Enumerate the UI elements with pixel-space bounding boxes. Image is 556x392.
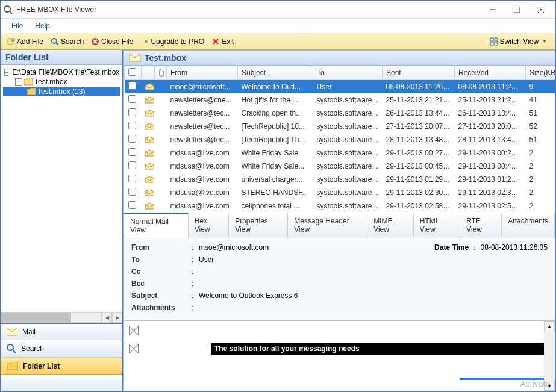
cell-size: 52	[526, 120, 555, 133]
folder-icon	[7, 362, 18, 370]
cell-to: systools.software...	[313, 173, 383, 186]
tree-hscroll[interactable]: ◀▶	[1, 312, 122, 323]
tree-child-1[interactable]: − Test.mbox	[3, 77, 120, 87]
col-to[interactable]: To	[313, 66, 383, 80]
tab-properties[interactable]: Properties View	[229, 213, 288, 238]
tab-rtf[interactable]: RTF View	[460, 213, 502, 238]
cell-size: 51	[526, 133, 555, 146]
cell-to: systools.software...	[313, 160, 383, 173]
col-attachment-icon[interactable]	[155, 66, 167, 80]
message-row[interactable]: newsletters@tec...[TechRepublic] 10...sy…	[125, 120, 555, 133]
nav-mail[interactable]: Mail	[1, 324, 122, 340]
message-body[interactable]: The solution for all your messaging need…	[124, 321, 555, 391]
detail-to-value: User	[199, 255, 548, 264]
search-button[interactable]: Search	[47, 36, 87, 47]
col-received[interactable]: Received	[455, 66, 526, 80]
col-icon[interactable]	[142, 66, 155, 80]
folder-tree[interactable]: − E:\Data File\MBOX file\Test.mbox − Tes…	[1, 65, 122, 312]
col-from[interactable]: From	[167, 66, 238, 80]
mbox-title: Test.mbox	[145, 53, 186, 63]
message-row[interactable]: newsletters@cne...Hot gifts for the j...…	[125, 93, 555, 107]
nav-search-label: Search	[21, 344, 44, 353]
row-checkbox[interactable]	[128, 188, 136, 196]
row-checkbox[interactable]	[128, 108, 136, 116]
row-checkbox[interactable]	[128, 95, 136, 103]
tab-message-header[interactable]: Message Header View	[288, 213, 367, 238]
tree-root[interactable]: − E:\Data File\MBOX file\Test.mbox	[3, 67, 120, 77]
cell-to: systools.software...	[313, 199, 383, 213]
broken-image-icon	[129, 326, 139, 335]
scroll-up-arrow[interactable]: ▲	[544, 321, 555, 331]
row-checkbox[interactable]	[128, 148, 136, 156]
row-checkbox[interactable]	[128, 135, 136, 143]
upgrade-button[interactable]: Upgrade to PRO	[137, 36, 208, 47]
view-tabs: Normal Mail View Hex View Properties Vie…	[124, 213, 555, 238]
cell-sent: 29-11-2013 02:58:...	[383, 199, 455, 213]
message-row[interactable]: msoe@microsoft...Welcome to Outl...User0…	[125, 80, 555, 94]
message-row[interactable]: mdsusa@live.comuniversal charger...systo…	[125, 173, 555, 186]
cell-from: mdsusa@live.com	[167, 199, 238, 213]
tree-child-2[interactable]: Test.mbox (13)	[3, 87, 120, 96]
cell-size: 2	[526, 146, 555, 160]
select-all-checkbox[interactable]	[128, 68, 136, 76]
message-list-header: From Subject To Sent Received Size(KB)	[125, 66, 555, 80]
detail-subject-value: Welcome to Outlook Express 6	[199, 291, 548, 300]
row-checkbox[interactable]	[128, 175, 136, 182]
row-checkbox[interactable]	[128, 122, 136, 129]
cell-size: 51	[526, 107, 555, 120]
close-button[interactable]	[529, 1, 553, 18]
close-file-button[interactable]: Close File	[87, 36, 137, 47]
search-icon	[51, 37, 59, 46]
row-checkbox[interactable]	[128, 161, 136, 169]
envelope-open-icon	[145, 176, 154, 183]
menu-file[interactable]: File	[5, 20, 29, 31]
nav-folder-list[interactable]: Folder List	[1, 358, 122, 375]
svg-point-20	[7, 344, 13, 350]
envelope-open-icon	[145, 110, 154, 117]
minimize-button[interactable]	[481, 1, 505, 18]
message-row[interactable]: newsletters@tec...Cracking open th...sys…	[125, 107, 555, 120]
cell-subject: White Friday Sale	[238, 146, 313, 160]
tree-expander-icon[interactable]: −	[4, 69, 8, 76]
cell-from: newsletters@tec...	[167, 120, 238, 133]
upgrade-icon	[140, 37, 149, 46]
message-row[interactable]: newsletters@tec...[TechRepublic] Th...sy…	[125, 133, 555, 146]
tree-expander-icon[interactable]: −	[15, 78, 22, 86]
message-list[interactable]: From Subject To Sent Received Size(KB) m…	[124, 66, 555, 213]
switch-view-button[interactable]: Switch View ▼	[486, 36, 551, 47]
add-file-button[interactable]: Add File	[3, 36, 47, 47]
cell-to: systools.software...	[313, 120, 383, 133]
message-row[interactable]: mdsusa@live.comWhite Friday Sale...systo…	[125, 160, 555, 173]
row-checkbox[interactable]	[128, 82, 136, 90]
message-row[interactable]: mdsusa@live.comSTEREO HANDSF...systools.…	[125, 186, 555, 199]
cell-from: newsletters@cne...	[167, 93, 238, 107]
maximize-button[interactable]	[505, 1, 529, 18]
cell-size: 2	[526, 173, 555, 186]
tab-attachments[interactable]: Attachments	[502, 213, 555, 238]
cell-subject: [TechRepublic] 10...	[238, 120, 313, 133]
col-size[interactable]: Size(KB)	[526, 66, 555, 80]
detail-datetime-label: Date Time	[434, 243, 469, 252]
nav-buttons: Mail Search Folder List	[1, 323, 122, 391]
detail-attachments-label: Attachments	[131, 303, 192, 312]
cell-received: 28-11-2013 13:48:...	[455, 133, 526, 146]
col-checkbox[interactable]	[125, 66, 142, 80]
col-subject[interactable]: Subject	[238, 66, 313, 80]
tab-mime[interactable]: MIME View	[367, 213, 414, 238]
cell-sent: 29-11-2013 00:45:...	[383, 160, 455, 173]
tab-normal-mail[interactable]: Normal Mail View	[124, 213, 189, 238]
col-sent[interactable]: Sent	[383, 66, 455, 80]
row-checkbox[interactable]	[128, 201, 136, 209]
cell-received: 29-11-2013 02:58:...	[455, 199, 526, 213]
exit-button[interactable]: Exit	[208, 36, 237, 47]
envelope-open-icon	[145, 137, 154, 143]
menu-help[interactable]: Help	[29, 20, 56, 31]
tab-hex[interactable]: Hex View	[189, 213, 229, 238]
app-icon	[3, 5, 13, 14]
message-row[interactable]: mdsusa@live.comWhite Friday Salesystools…	[125, 146, 555, 160]
message-row[interactable]: mdsusa@live.comcellphones total ...systo…	[125, 199, 555, 213]
cell-subject: White Friday Sale...	[238, 160, 313, 173]
nav-search[interactable]: Search	[1, 340, 122, 358]
tab-html[interactable]: HTML View	[414, 213, 460, 238]
cell-size: 2	[526, 160, 555, 173]
